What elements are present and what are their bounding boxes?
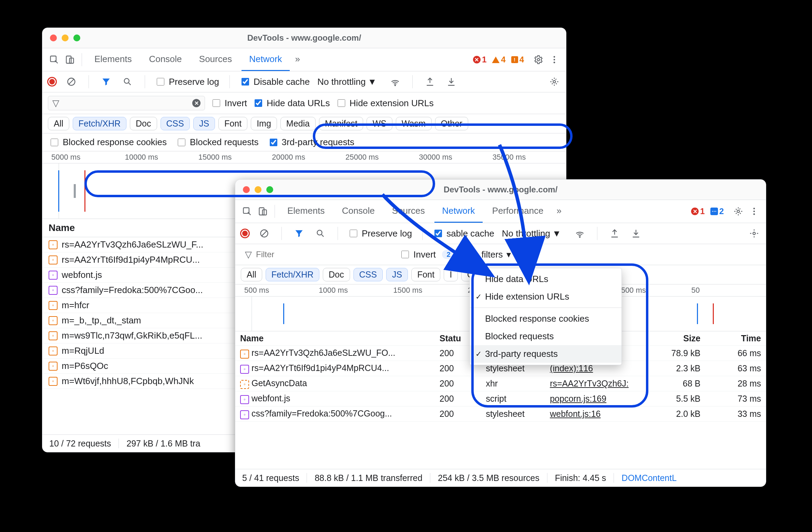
chip-js[interactable]: JS [386, 268, 408, 281]
filter-text-input[interactable] [63, 98, 189, 108]
chip-all[interactable]: All [241, 268, 262, 281]
violation-badge[interactable]: !4 [511, 55, 524, 64]
chip-other[interactable]: Other [435, 117, 469, 130]
throttling-select[interactable]: No throttling ▼ [317, 77, 377, 87]
clear-filter-icon[interactable]: ✕ [192, 99, 201, 107]
menu-item-blocked-requests[interactable]: Blocked requests [470, 328, 621, 345]
chip-ws[interactable]: WS [367, 117, 392, 130]
more-filters-button[interactable]: 2 More filters ▾ [442, 249, 511, 260]
column-header[interactable]: Size [645, 331, 706, 346]
invert-checkbox[interactable]: Invert [400, 249, 436, 260]
tabs-overflow[interactable]: » [553, 200, 565, 223]
chip-wasm[interactable]: Wasm [396, 117, 432, 130]
tab-sources[interactable]: Sources [384, 200, 432, 223]
column-header[interactable]: Time [705, 331, 766, 346]
minimize-icon[interactable] [255, 186, 261, 193]
chip-doc[interactable]: Doc [130, 117, 157, 130]
chip-doc[interactable]: Doc [323, 268, 350, 281]
chip-font[interactable]: Font [218, 117, 247, 130]
filter-input[interactable]: ▽ ✕ [48, 96, 205, 110]
tab-console[interactable]: Console [334, 200, 382, 223]
error-badge[interactable]: ✕1 [691, 207, 705, 216]
disable-cache-checkbox[interactable]: Disable cache [240, 77, 310, 87]
initiator-link[interactable]: rs=AA2YrTv3Qzh6J: [550, 379, 629, 388]
info-badge[interactable]: ⋯2 [710, 207, 724, 216]
table-row[interactable]: ◦ css?family=Fredoka:500%7CGoog...200sty… [235, 406, 766, 422]
filter-funnel-icon[interactable] [292, 227, 306, 240]
download-icon[interactable] [629, 227, 643, 240]
chip-img[interactable]: Img [251, 117, 277, 130]
initiator-link[interactable]: popcorn.js:169 [550, 394, 606, 403]
disable-cache-checkbox[interactable]: sable cache [433, 228, 494, 239]
preserve-log-checkbox[interactable]: Preserve log [348, 228, 412, 239]
search-icon[interactable] [314, 227, 327, 240]
filter-text-input[interactable] [255, 249, 390, 260]
throttling-select[interactable]: No throttling ▼ [502, 228, 561, 239]
chip-css[interactable]: CSS [353, 268, 383, 281]
blocked-cookies-checkbox[interactable]: Blocked response cookies [49, 137, 167, 148]
chip-font[interactable]: Font [411, 268, 440, 281]
tab-network[interactable]: Network [434, 200, 482, 223]
settings-gear-icon[interactable] [731, 204, 745, 218]
close-icon[interactable] [243, 186, 250, 193]
chip-js[interactable]: JS [193, 117, 215, 130]
minimize-icon[interactable] [62, 34, 69, 41]
close-icon[interactable] [50, 34, 57, 41]
tab-console[interactable]: Console [141, 49, 189, 71]
kebab-menu-icon[interactable] [747, 204, 761, 218]
inspect-icon[interactable] [47, 53, 61, 67]
filter-input[interactable]: ▽ [241, 248, 394, 261]
search-icon[interactable] [121, 75, 134, 89]
device-icon[interactable] [63, 53, 77, 67]
menu-item--rd-party-requests[interactable]: 3rd-party requests [470, 345, 621, 363]
chip-css[interactable]: CSS [161, 117, 190, 130]
upload-icon[interactable] [608, 227, 621, 240]
table-row[interactable]: ◦ webfont.js200scriptpopcorn.js:1695.5 k… [235, 391, 766, 406]
chip-all[interactable]: All [48, 117, 69, 130]
chip-manifest[interactable]: Manifest [319, 117, 363, 130]
menu-item-hide-extension-urls[interactable]: Hide extension URLs [470, 288, 621, 305]
warning-badge[interactable]: 4 [492, 55, 505, 64]
preserve-log-checkbox[interactable]: Preserve log [155, 77, 219, 87]
hide-data-urls-checkbox[interactable]: Hide data URLs [253, 98, 330, 109]
table-row[interactable]: ◦ GetAsyncData200xhrrs=AA2YrTv3Qzh6J:68 … [235, 376, 766, 391]
network-conditions-icon[interactable] [388, 75, 402, 89]
tabs-overflow[interactable]: » [292, 49, 304, 71]
tab-sources[interactable]: Sources [192, 49, 239, 71]
chip-media[interactable]: Media [280, 117, 316, 130]
network-conditions-icon[interactable] [573, 227, 587, 240]
third-party-checkbox[interactable]: 3rd-party requests [268, 137, 354, 148]
clear-icon[interactable] [257, 227, 271, 240]
settings-gear-icon[interactable] [747, 227, 761, 240]
error-badge[interactable]: ✕1 [473, 55, 486, 64]
zoom-icon[interactable] [266, 186, 273, 193]
tab-network[interactable]: Network [241, 49, 289, 71]
blocked-requests-checkbox[interactable]: Blocked requests [176, 137, 258, 148]
record-icon[interactable] [240, 229, 250, 238]
zoom-icon[interactable] [73, 34, 80, 41]
separator [597, 227, 597, 240]
device-icon[interactable] [256, 204, 270, 218]
inspect-icon[interactable] [240, 204, 254, 218]
tab-elements[interactable]: Elements [280, 200, 332, 223]
clear-icon[interactable] [64, 75, 78, 89]
invert-checkbox[interactable]: Invert [211, 98, 247, 109]
filter-funnel-icon[interactable] [99, 75, 113, 89]
chip-i[interactable]: I [444, 268, 458, 281]
column-header[interactable]: Name [235, 331, 435, 346]
hide-extension-urls-checkbox[interactable]: Hide extension URLs [336, 98, 434, 109]
tab-performance[interactable]: Performance [485, 200, 551, 223]
chip-fetch-xhr[interactable]: Fetch/XHR [266, 268, 319, 281]
chip-fetch-xhr[interactable]: Fetch/XHR [73, 117, 126, 130]
menu-item-hide-data-urls[interactable]: Hide data URLs [470, 270, 621, 288]
initiator-link[interactable]: webfont.js:16 [550, 409, 600, 419]
menu-item-blocked-response-cookies[interactable]: Blocked response cookies [470, 310, 621, 328]
settings-gear-icon[interactable] [547, 75, 561, 89]
tab-elements[interactable]: Elements [87, 49, 139, 71]
upload-icon[interactable] [423, 75, 437, 89]
settings-gear-icon[interactable] [532, 53, 545, 67]
chevron-double-right-icon: » [295, 54, 300, 64]
kebab-menu-icon[interactable] [547, 53, 561, 67]
download-icon[interactable] [444, 75, 458, 89]
record-icon[interactable] [47, 77, 57, 87]
